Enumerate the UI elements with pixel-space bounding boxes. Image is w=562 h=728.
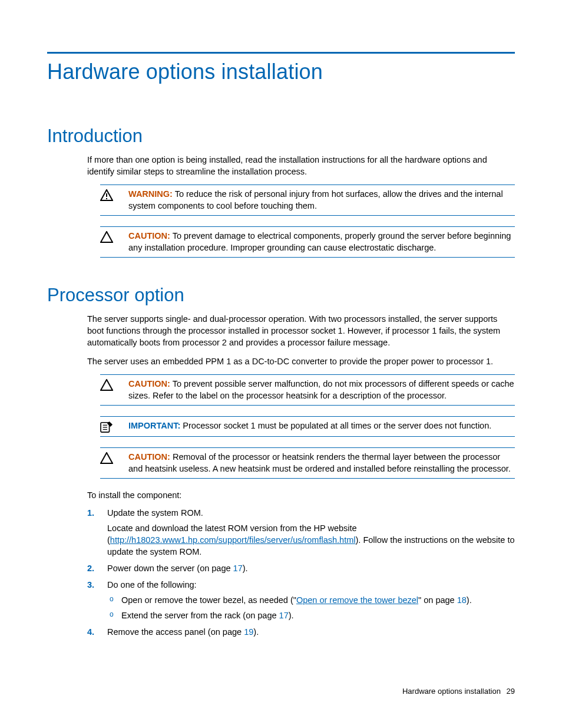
warning-callout: WARNING: To reduce the risk of personal … (100, 185, 515, 216)
important-icon (100, 420, 128, 433)
caution-icon (100, 378, 128, 401)
bezel-link[interactable]: Open or remove the tower bezel (296, 595, 418, 605)
step-4b: ). (253, 627, 259, 637)
s3o1c: ). (467, 595, 472, 605)
step-3: Do one of the following: Open or remove … (87, 579, 515, 621)
caution-callout-heatsink: CAUTION: Removal of the processor or hea… (100, 447, 515, 479)
processor-heading: Processor option (47, 285, 515, 306)
caution-mix-message: CAUTION: To prevent possible server malf… (128, 378, 515, 401)
svg-rect-0 (106, 193, 107, 197)
caution-icon (100, 230, 128, 253)
step-2a: Power down the server (on page (107, 564, 233, 573)
caution-heatsink-message: CAUTION: Removal of the processor or hea… (128, 451, 515, 475)
install-steps: Update the system ROM. Locate and downlo… (47, 507, 515, 638)
step-1: Update the system ROM. Locate and downlo… (87, 507, 515, 558)
warning-text: To reduce the risk of personal injury fr… (128, 189, 503, 210)
footer-section: Hardware options installation (402, 687, 501, 696)
install-lead: To install the component: (47, 489, 515, 501)
step-2b: ). (243, 564, 248, 573)
step-4: Remove the access panel (on page 19). (87, 626, 515, 638)
intro-heading: Introduction (47, 126, 515, 147)
processor-p2: The server uses an embedded PPM 1 as a D… (47, 355, 515, 367)
title-rule (47, 52, 515, 54)
caution-message: CAUTION: To prevent damage to electrical… (128, 230, 515, 253)
caution-icon (100, 451, 128, 475)
caution-label: CAUTION: (128, 452, 170, 462)
important-label: IMPORTANT: (128, 421, 180, 430)
document-page: Hardware options installation Introducti… (0, 0, 562, 728)
step-4a: Remove the access panel (on page (107, 627, 244, 637)
step-3-option-1: Open or remove the tower bezel, as neede… (107, 594, 515, 606)
warning-message: WARNING: To reduce the risk of personal … (128, 188, 515, 212)
warning-label: WARNING: (128, 189, 173, 199)
step-3-option-2: Extend the server from the rack (on page… (107, 610, 515, 621)
important-callout: IMPORTANT: Processor socket 1 must be po… (100, 416, 515, 437)
s3o1p[interactable]: 18 (457, 595, 467, 605)
caution-heatsink-text: Removal of the processor or heatsink ren… (128, 452, 511, 473)
svg-rect-1 (106, 198, 107, 199)
page-title: Hardware options installation (47, 60, 515, 84)
processor-p1: The server supports single- and dual-pro… (47, 313, 515, 348)
s3o1b: " on page (418, 595, 457, 605)
step-2-pageref[interactable]: 17 (233, 564, 243, 573)
rom-link[interactable]: http://h18023.www1.hp.com/support/files/… (110, 535, 356, 545)
important-text: Processor socket 1 must be populated at … (180, 421, 491, 430)
step-2: Power down the server (on page 17). (87, 562, 515, 574)
caution-mix-text: To prevent possible server malfunction, … (128, 379, 514, 400)
s3o2a: Extend the server from the rack (on page (121, 611, 279, 620)
caution-label: CAUTION: (128, 231, 170, 241)
step-4-pageref[interactable]: 19 (244, 627, 253, 637)
intro-paragraph: If more than one option is being install… (47, 154, 515, 177)
caution-label: CAUTION: (128, 379, 170, 388)
caution-callout: CAUTION: To prevent damage to electrical… (100, 226, 515, 258)
s3o1a: Open or remove the tower bezel, as neede… (121, 595, 296, 605)
footer-page-number: 29 (507, 687, 515, 696)
caution-callout-mix: CAUTION: To prevent possible server malf… (100, 374, 515, 406)
step-3-text: Do one of the following: (107, 580, 197, 589)
step-1-text: Update the system ROM. (107, 508, 203, 518)
caution-text: To prevent damage to electrical componen… (128, 231, 511, 252)
s3o2p[interactable]: 17 (279, 611, 289, 620)
warning-icon (100, 188, 128, 212)
s3o2b: ). (289, 611, 294, 620)
page-footer: Hardware options installation 29 (402, 687, 515, 696)
step-1-sub: Locate and download the latest ROM versi… (107, 522, 515, 558)
important-message: IMPORTANT: Processor socket 1 must be po… (128, 420, 515, 433)
step-3-options: Open or remove the tower bezel, as neede… (107, 594, 515, 621)
